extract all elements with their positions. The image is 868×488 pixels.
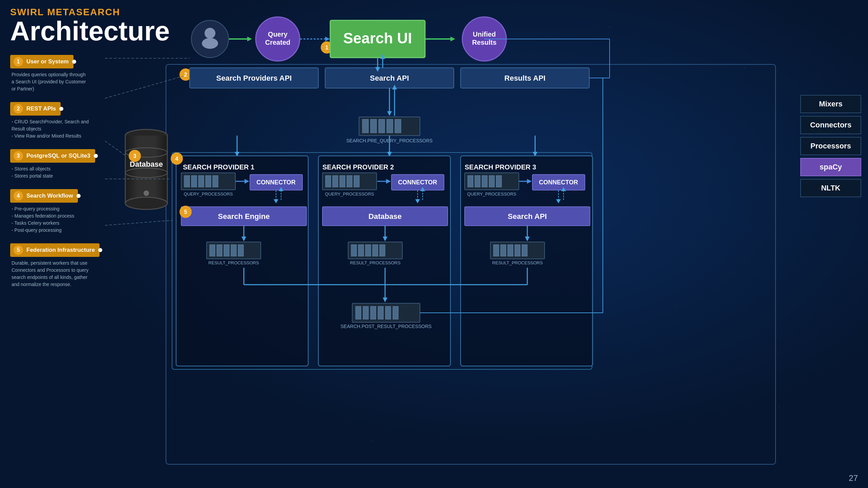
svg-rect-57 — [181, 173, 235, 190]
svg-text:Search Engine: Search Engine — [218, 212, 270, 221]
svg-text:3: 3 — [133, 153, 136, 159]
badge-dot-3 — [94, 154, 98, 158]
svg-rect-90 — [340, 176, 345, 187]
svg-rect-150 — [363, 306, 368, 319]
badge-text-1: User or System — [26, 58, 69, 65]
svg-marker-52 — [533, 152, 537, 157]
svg-text:SEARCH.PRE_QUERY_PROCESSORS: SEARCH.PRE_QUERY_PROCESSORS — [346, 138, 433, 143]
svg-rect-59 — [191, 176, 197, 187]
svg-marker-127 — [556, 199, 561, 203]
badge-text-3: PostgreSQL or SQLite3 — [26, 152, 90, 159]
svg-text:Search Providers API: Search Providers API — [216, 74, 292, 82]
svg-marker-95 — [386, 179, 391, 184]
svg-text:RESULT_PROCESSORS: RESULT_PROCESSORS — [350, 260, 401, 265]
left-panel: SWIRL METASEARCH Architecture 1 User or … — [10, 7, 122, 298]
sidebar-item-2: 2 REST APIs - CRUD SearchProvider, Searc… — [10, 102, 122, 140]
badge-dot-2 — [59, 107, 63, 111]
svg-point-167 — [129, 150, 141, 162]
svg-marker-147 — [383, 298, 387, 302]
svg-point-55 — [171, 152, 183, 165]
svg-point-164 — [144, 190, 149, 196]
svg-rect-138 — [515, 245, 520, 256]
svg-rect-159 — [125, 136, 167, 203]
svg-rect-107 — [351, 245, 357, 256]
svg-point-1 — [191, 20, 229, 58]
right-item-nltk: NLTK — [800, 179, 861, 197]
right-panel: Mixers Connectors Processors spaCy NLTK — [800, 95, 861, 197]
svg-marker-5 — [247, 37, 252, 41]
svg-text:Search UI: Search UI — [343, 30, 412, 46]
svg-point-163 — [125, 168, 167, 178]
svg-rect-80 — [217, 245, 222, 256]
svg-text:CONNECTOR: CONNECTOR — [539, 179, 578, 186]
svg-marker-101 — [420, 187, 425, 191]
svg-point-11 — [321, 41, 333, 54]
right-item-spacy: spaCy — [800, 158, 861, 176]
svg-rect-72 — [181, 207, 306, 226]
svg-rect-124 — [532, 175, 585, 190]
svg-text:Query: Query — [268, 30, 288, 38]
sidebar-desc-4: - Pre-query processing - Manages federat… — [10, 205, 122, 234]
svg-text:QUERY_PROCESSORS: QUERY_PROCESSORS — [325, 191, 374, 197]
svg-rect-139 — [522, 245, 527, 256]
svg-rect-110 — [373, 245, 378, 256]
svg-rect-135 — [493, 245, 499, 256]
svg-marker-38 — [392, 85, 397, 89]
svg-rect-130 — [465, 207, 590, 226]
svg-rect-109 — [365, 245, 371, 256]
svg-point-74 — [179, 206, 192, 218]
badge-text-4: Search Workflow — [26, 192, 73, 199]
right-item-mixers: Mixers — [800, 95, 861, 113]
svg-text:Results API: Results API — [504, 74, 545, 82]
svg-rect-22 — [190, 68, 318, 88]
svg-rect-152 — [378, 306, 383, 319]
svg-rect-148 — [352, 303, 420, 322]
svg-rect-61 — [206, 176, 211, 187]
svg-rect-43 — [387, 119, 393, 133]
sidebar-item-5: 5 Federation Infrastructure Durable, per… — [10, 243, 122, 288]
svg-text:SEARCH PROVIDER 1: SEARCH PROVIDER 1 — [183, 163, 254, 171]
svg-rect-26 — [461, 68, 589, 88]
svg-marker-123 — [527, 179, 532, 184]
svg-marker-71 — [279, 187, 283, 191]
svg-rect-120 — [496, 176, 502, 187]
svg-marker-10 — [325, 37, 330, 41]
svg-point-158 — [125, 129, 167, 142]
svg-marker-48 — [235, 152, 239, 157]
svg-rect-39 — [359, 117, 420, 136]
badge-text-2: REST APIs — [26, 105, 56, 112]
right-item-connectors: Connectors — [800, 116, 861, 134]
svg-text:SEARCH PROVIDER 2: SEARCH PROVIDER 2 — [322, 163, 394, 171]
svg-rect-153 — [385, 306, 391, 319]
badge-dot-4 — [77, 194, 81, 198]
sidebar-badge-2: 2 REST APIs — [10, 102, 61, 116]
svg-marker-105 — [383, 237, 387, 241]
sidebar-item-3: 3 PostgreSQL or SQLite3 - Stores all obj… — [10, 149, 122, 180]
svg-rect-13 — [330, 20, 425, 58]
svg-text:4: 4 — [175, 156, 178, 162]
svg-marker-77 — [241, 237, 246, 241]
svg-text:RESULT_PROCESSORS: RESULT_PROCESSORS — [492, 260, 543, 265]
svg-rect-62 — [213, 176, 218, 187]
svg-rect-134 — [490, 242, 545, 259]
arch-title: Architecture — [10, 18, 122, 45]
svg-rect-82 — [231, 245, 236, 256]
svg-marker-69 — [274, 199, 278, 203]
svg-point-17 — [462, 17, 506, 61]
svg-rect-154 — [393, 306, 398, 319]
svg-marker-133 — [525, 237, 530, 241]
svg-rect-44 — [395, 119, 401, 133]
svg-rect-0 — [166, 64, 776, 464]
svg-rect-89 — [333, 176, 338, 187]
svg-rect-24 — [325, 68, 454, 88]
svg-text:RESULT_PROCESSORS: RESULT_PROCESSORS — [208, 260, 259, 265]
svg-text:Search API: Search API — [508, 212, 547, 221]
svg-rect-102 — [322, 207, 448, 226]
badge-text-5: Federation Infrastructure — [26, 247, 95, 253]
svg-rect-58 — [184, 176, 190, 187]
svg-rect-117 — [475, 176, 480, 187]
svg-text:2: 2 — [184, 72, 187, 78]
svg-text:Unified: Unified — [473, 30, 496, 38]
svg-text:SEARCH PROVIDER 3: SEARCH PROVIDER 3 — [465, 163, 536, 171]
svg-text:Created: Created — [265, 39, 290, 46]
